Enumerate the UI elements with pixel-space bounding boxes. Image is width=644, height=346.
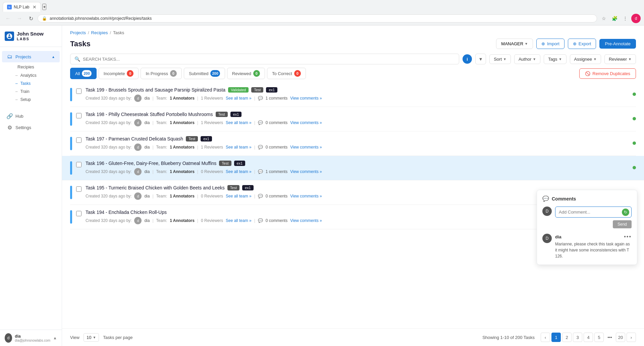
task-checkbox-197[interactable] bbox=[76, 137, 82, 143]
view-comments-196[interactable]: View comments » bbox=[290, 169, 322, 174]
forward-btn[interactable]: → bbox=[15, 14, 24, 23]
extension-btn[interactable]: 🧩 bbox=[610, 14, 619, 23]
back-btn[interactable]: ← bbox=[3, 14, 13, 23]
preannotate-btn[interactable]: Pre-Annotate bbox=[599, 39, 636, 49]
sidebar-item-projects[interactable]: 🗂 Projects ▲ bbox=[2, 51, 60, 62]
task-checkbox-195[interactable] bbox=[76, 186, 82, 192]
task-checkbox-196[interactable] bbox=[76, 162, 82, 167]
task-title-text-197[interactable]: Task 197 - Parmesan Crusted Delicata Squ… bbox=[86, 136, 183, 141]
user-avatar-btn[interactable]: d bbox=[631, 14, 641, 23]
task-title-text-199[interactable]: Task 199 - Brussels Sprouts and Sausage … bbox=[86, 87, 225, 93]
task-title-text-194[interactable]: Task 194 - Enchilada Chicken Roll-Ups bbox=[86, 210, 167, 215]
search-input[interactable] bbox=[83, 57, 455, 62]
view-comments-198[interactable]: View comments » bbox=[290, 120, 322, 125]
see-all-197[interactable]: See all team » bbox=[226, 145, 252, 150]
per-page-select[interactable]: 10 ▼ bbox=[84, 333, 99, 342]
assignee-dropdown[interactable]: Assignee ▼ bbox=[570, 54, 601, 64]
sidebar-item-recipies[interactable]: Recipies bbox=[2, 62, 60, 71]
page-btn-20[interactable]: 20 bbox=[616, 333, 625, 342]
sort-dropdown[interactable]: Sort ▼ bbox=[489, 54, 511, 64]
filter-btn[interactable]: ▼ bbox=[475, 54, 486, 64]
menu-btn[interactable]: ⋮ bbox=[621, 14, 630, 23]
tags-dropdown[interactable]: Tags ▼ bbox=[544, 54, 566, 64]
sep3-196: | bbox=[254, 169, 255, 174]
pagination-info: Showing 1-10 of 200 Tasks bbox=[482, 335, 535, 340]
tag-ex1-198: ex1 bbox=[230, 112, 242, 117]
prev-page-btn[interactable]: ‹ bbox=[541, 333, 550, 342]
page-btn-1[interactable]: 1 bbox=[551, 333, 561, 342]
sidebar-item-hub[interactable]: 🔗 Hub bbox=[2, 110, 60, 122]
view-comments-197[interactable]: View comments » bbox=[290, 145, 322, 150]
breadcrumb-projects[interactable]: Projects bbox=[70, 30, 86, 35]
tab-submitted[interactable]: Submitted 200 bbox=[184, 68, 225, 79]
page-btn-2[interactable]: 2 bbox=[562, 333, 572, 342]
see-all-196[interactable]: See all team » bbox=[226, 169, 252, 174]
task-checkbox-199[interactable] bbox=[76, 89, 82, 94]
tab-reviewed[interactable]: Reviewed 0 bbox=[227, 68, 265, 79]
sep2-195: | bbox=[197, 194, 198, 198]
tab-to-correct[interactable]: To Correct 0 bbox=[267, 68, 306, 79]
sidebar-item-analytics[interactable]: – Analytics bbox=[2, 71, 60, 79]
next-page-btn[interactable]: › bbox=[627, 333, 636, 342]
view-comments-199[interactable]: View comments » bbox=[290, 96, 322, 101]
export-btn[interactable]: ⊕ Export bbox=[568, 39, 596, 49]
task-checkbox-198[interactable] bbox=[76, 113, 82, 118]
view-comments-194[interactable]: View comments » bbox=[290, 218, 322, 223]
page-btn-4[interactable]: 4 bbox=[584, 333, 593, 342]
task-title-199: Task 199 - Brussels Sprouts and Sausage … bbox=[86, 87, 629, 93]
sidebar-item-train[interactable]: – Train bbox=[2, 88, 60, 96]
see-all-198[interactable]: See all team » bbox=[226, 120, 252, 125]
import-btn[interactable]: ⊕ Import bbox=[536, 39, 565, 49]
new-tab-btn[interactable]: + bbox=[42, 4, 46, 10]
task-item-198[interactable]: Task 198 - Philly Cheesesteak Stuffed Po… bbox=[70, 107, 636, 131]
per-page-chevron-icon: ▼ bbox=[93, 336, 96, 339]
comment-input[interactable] bbox=[559, 210, 628, 215]
task-created-195: Created 320 days ago by: bbox=[86, 194, 131, 198]
sidebar-item-settings[interactable]: ⚙ Settings bbox=[2, 122, 60, 133]
task-item-196[interactable]: Task 196 - Gluten-Free, Dairy-Free, Blue… bbox=[62, 156, 644, 180]
comment-send-btn[interactable]: Send bbox=[613, 220, 632, 228]
task-title-text-195[interactable]: Task 195 - Turmeric Braised Chicken with… bbox=[86, 185, 225, 190]
user-expand-icon[interactable]: ▲ bbox=[53, 336, 57, 340]
comment-more-btn[interactable]: ••• bbox=[624, 234, 632, 240]
sep2-197: | bbox=[197, 145, 198, 150]
sidebar-nav: 🗂 Projects ▲ Recipies – Analytics – Task… bbox=[0, 47, 62, 330]
task-title-text-198[interactable]: Task 198 - Philly Cheesesteak Stuffed Po… bbox=[86, 112, 213, 117]
comment-input-box[interactable]: ↻ bbox=[555, 207, 632, 218]
view-comments-195[interactable]: View comments » bbox=[290, 194, 322, 198]
remove-duplicates-btn[interactable]: 🚫 Remove Duplicates bbox=[579, 68, 636, 79]
see-all-194[interactable]: See all team » bbox=[226, 218, 252, 223]
task-color-bar bbox=[70, 210, 72, 224]
bookmark-star-btn[interactable]: ☆ bbox=[599, 14, 608, 23]
page-btn-5[interactable]: 5 bbox=[594, 333, 604, 342]
info-btn[interactable]: i bbox=[463, 54, 472, 64]
comment-icon-198: 💬 bbox=[258, 120, 263, 125]
task-title-text-196[interactable]: Task 196 - Gluten-Free, Dairy-Free, Blue… bbox=[86, 161, 216, 166]
comment-refresh-btn[interactable]: ↻ bbox=[622, 209, 629, 216]
sidebar-item-tasks[interactable]: – Tasks bbox=[2, 79, 60, 88]
refresh-btn[interactable]: ↻ bbox=[26, 14, 36, 23]
browser-tab-nlplab[interactable]: N NLP Lab ✕ bbox=[3, 2, 41, 12]
task-checkbox-194[interactable] bbox=[76, 211, 82, 216]
sep2-198: | bbox=[197, 120, 198, 125]
tag-ex1-195: ex1 bbox=[242, 185, 254, 190]
task-item-199[interactable]: Task 199 - Brussels Sprouts and Sausage … bbox=[70, 82, 636, 107]
sidebar-item-setup[interactable]: – Setup bbox=[2, 96, 60, 104]
reviewer-dropdown[interactable]: Reviewer ▼ bbox=[604, 54, 636, 64]
page-btn-3[interactable]: 3 bbox=[573, 333, 582, 342]
task-created-194: Created 320 days ago by: bbox=[86, 218, 131, 223]
author-name-194: dia bbox=[144, 218, 150, 223]
tab-incomplete[interactable]: Incomplete 0 bbox=[99, 68, 139, 79]
see-all-195[interactable]: See all team » bbox=[226, 194, 252, 198]
close-tab-btn[interactable]: ✕ bbox=[33, 4, 37, 10]
author-dropdown[interactable]: Author ▼ bbox=[514, 54, 540, 64]
user-footer[interactable]: d dia dia@johnsnowlabs.com ▲ bbox=[0, 330, 62, 346]
address-bar[interactable]: 🔒 annotationlab.johnsnowlabs.com/#/proje… bbox=[38, 14, 597, 22]
breadcrumb-recipies[interactable]: Recipies bbox=[91, 30, 108, 35]
task-item-197[interactable]: Task 197 - Parmesan Crusted Delicata Squ… bbox=[70, 131, 636, 156]
tab-in-progress[interactable]: In Progress 0 bbox=[141, 68, 181, 79]
manager-btn[interactable]: MANAGER ▼ bbox=[496, 39, 533, 49]
tab-all[interactable]: All 200 bbox=[70, 68, 97, 79]
search-bar[interactable]: 🔍 bbox=[70, 54, 459, 64]
see-all-199[interactable]: See all team » bbox=[226, 96, 252, 101]
